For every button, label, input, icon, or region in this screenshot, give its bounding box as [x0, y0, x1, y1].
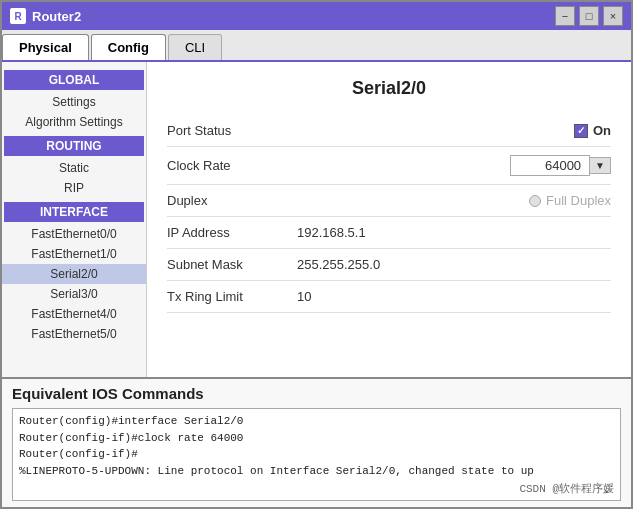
window-controls: − □ ×	[555, 6, 623, 26]
ip-address-label: IP Address	[167, 225, 297, 240]
field-row-subnet-mask: Subnet Mask 255.255.255.0	[167, 249, 611, 281]
tab-cli[interactable]: CLI	[168, 34, 222, 60]
clock-rate-value: 64000 ▼	[297, 155, 611, 176]
field-row-port-status: Port Status On	[167, 115, 611, 147]
clock-rate-dropdown: 64000 ▼	[297, 155, 611, 176]
sidebar-item-fastethernet0-0[interactable]: FastEthernet0/0	[2, 224, 146, 244]
checkbox-on-group[interactable]: On	[574, 123, 611, 138]
sidebar-item-static[interactable]: Static	[2, 158, 146, 178]
port-status-container: On	[297, 123, 611, 138]
main-content: GLOBAL Settings Algorithm Settings ROUTI…	[2, 62, 631, 377]
main-window: R Router2 − □ × Physical Config CLI GLOB…	[0, 0, 633, 509]
sidebar-item-rip[interactable]: RIP	[2, 178, 146, 198]
sidebar-section-global: GLOBAL	[4, 70, 144, 90]
window-title: Router2	[32, 9, 81, 24]
clock-rate-input[interactable]: 64000	[510, 155, 590, 176]
minimize-button[interactable]: −	[555, 6, 575, 26]
tab-physical[interactable]: Physical	[2, 34, 89, 60]
sidebar-item-fastethernet4-0[interactable]: FastEthernet4/0	[2, 304, 146, 324]
sidebar-item-settings[interactable]: Settings	[2, 92, 146, 112]
restore-button[interactable]: □	[579, 6, 599, 26]
sidebar-item-fastethernet5-0[interactable]: FastEthernet5/0	[2, 324, 146, 344]
bottom-section: Equivalent IOS Commands Router(config)#i…	[2, 377, 631, 507]
watermark: CSDN @软件程序媛	[519, 481, 614, 496]
app-icon: R	[10, 8, 26, 24]
panel-title: Serial2/0	[167, 78, 611, 99]
duplex-label: Duplex	[167, 193, 297, 208]
content-panel: Serial2/0 Port Status On Clock Rate	[147, 62, 631, 377]
ip-address-value[interactable]: 192.168.5.1	[297, 225, 611, 240]
clock-rate-label: Clock Rate	[167, 158, 297, 173]
sidebar-section-interface: INTERFACE	[4, 202, 144, 222]
field-row-duplex: Duplex Full Duplex	[167, 185, 611, 217]
tab-config[interactable]: Config	[91, 34, 166, 60]
sidebar-item-fastethernet1-0[interactable]: FastEthernet1/0	[2, 244, 146, 264]
sidebar-section-routing: ROUTING	[4, 136, 144, 156]
tx-ring-limit-value[interactable]: 10	[297, 289, 611, 304]
subnet-mask-value[interactable]: 255.255.255.0	[297, 257, 611, 272]
duplex-radio-group: Full Duplex	[297, 193, 611, 208]
subnet-mask-label: Subnet Mask	[167, 257, 297, 272]
sidebar-item-serial2-0[interactable]: Serial2/0	[2, 264, 146, 284]
equivalent-ios-title: Equivalent IOS Commands	[12, 385, 621, 402]
port-status-value: On	[297, 123, 611, 138]
tx-ring-limit-label: Tx Ring Limit	[167, 289, 297, 304]
console-area: Router(config)#interface Serial2/0 Route…	[12, 408, 621, 501]
tab-bar: Physical Config CLI	[2, 30, 631, 62]
sidebar: GLOBAL Settings Algorithm Settings ROUTI…	[2, 62, 147, 377]
duplex-value: Full Duplex	[297, 193, 611, 208]
field-row-tx-ring-limit: Tx Ring Limit 10	[167, 281, 611, 313]
sidebar-item-algorithm-settings[interactable]: Algorithm Settings	[2, 112, 146, 132]
full-duplex-radio[interactable]	[529, 195, 541, 207]
console-line-3: Router(config-if)#	[19, 446, 614, 463]
console-line-2: Router(config-if)#clock rate 64000	[19, 430, 614, 447]
full-duplex-label: Full Duplex	[546, 193, 611, 208]
port-status-on-label: On	[593, 123, 611, 138]
port-status-checkbox[interactable]	[574, 124, 588, 138]
title-bar-left: R Router2	[10, 8, 81, 24]
console-line-1: Router(config)#interface Serial2/0	[19, 413, 614, 430]
field-row-clock-rate: Clock Rate 64000 ▼	[167, 147, 611, 185]
field-row-ip-address: IP Address 192.168.5.1	[167, 217, 611, 249]
sidebar-item-serial3-0[interactable]: Serial3/0	[2, 284, 146, 304]
title-bar: R Router2 − □ ×	[2, 2, 631, 30]
close-button[interactable]: ×	[603, 6, 623, 26]
console-line-4: %LINEPROTO-5-UPDOWN: Line protocol on In…	[19, 463, 614, 480]
port-status-label: Port Status	[167, 123, 297, 138]
clock-rate-dropdown-arrow[interactable]: ▼	[590, 157, 611, 174]
